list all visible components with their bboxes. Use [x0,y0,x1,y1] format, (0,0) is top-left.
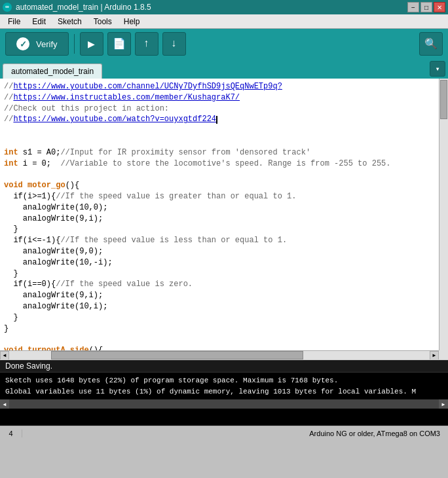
title-bar-left: ∞ automated_model_train | Arduino 1.8.5 [3,3,151,12]
search-icon: 🔍 [424,37,438,50]
hscrollbar-track[interactable] [9,351,430,359]
tab-dropdown-icon: ▾ [435,64,439,74]
verify-check-icon: ✓ [16,37,29,50]
search-button[interactable]: 🔍 [419,32,443,56]
hscrollbar-left-arrow[interactable]: ◀ [0,351,9,360]
open-button[interactable]: ↑ [135,32,159,56]
menu-sketch[interactable]: Sketch [52,16,87,28]
console-hscrollbar-right-arrow[interactable]: ▶ [439,399,448,409]
upload-icon: ▶ [88,37,95,51]
console-content: Sketch uses 1648 bytes (22%) of program … [0,373,448,399]
new-button[interactable]: 📄 [107,32,131,56]
code-content[interactable]: //https://www.youtube.com/channel/UCNy7D… [0,79,439,350]
menu-edit[interactable]: Edit [27,16,51,28]
menu-tools[interactable]: Tools [88,16,117,28]
code-editor[interactable]: //https://www.youtube.com/channel/UCNy7D… [0,79,448,360]
toolbar: ✓ Verify ▶ 📄 ↑ ↓ 🔍 [0,29,448,59]
upload-button[interactable]: ▶ [80,32,103,56]
hscrollbar-right-arrow[interactable]: ▶ [430,351,439,360]
line-number: 4 [3,430,22,437]
window-controls: − □ ✕ [407,2,445,12]
console-hscrollbar-track[interactable] [9,399,439,409]
new-icon: 📄 [113,37,126,50]
open-icon: ↑ [143,38,150,50]
maximize-button[interactable]: □ [420,2,432,12]
save-icon: ↓ [171,38,177,50]
tab-bar: automated_model_train ▾ [0,59,448,79]
menu-file[interactable]: File [3,16,26,28]
menu-bar: File Edit Sketch Tools Help [0,14,448,29]
window-title: automated_model_train | Arduino 1.8.5 [16,3,151,12]
console-status: Done Saving. [0,360,448,373]
verify-button[interactable]: ✓ Verify [5,32,69,56]
console-horizontal-scrollbar[interactable]: ◀ ▶ [0,399,448,409]
tab-label: automated_model_train [11,67,94,76]
hscrollbar-thumb[interactable] [51,351,303,359]
toolbar-right: 🔍 [419,32,443,56]
console-line1: Sketch uses 1648 bytes (22%) of program … [5,377,338,384]
board-info: Arduino NG or older, ATmega8 on COM3 [309,430,445,437]
editor-scroll-area: //https://www.youtube.com/channel/UCNy7D… [0,79,439,350]
console-line2: Global variables use 11 bytes (1%) of dy… [5,388,416,395]
title-bar: ∞ automated_model_train | Arduino 1.8.5 … [0,0,448,14]
verify-label: Verify [36,39,58,49]
minimize-button[interactable]: − [407,2,419,12]
horizontal-scrollbar[interactable]: ◀ ▶ [0,350,439,359]
tab-dropdown-button[interactable]: ▾ [430,61,445,77]
console-hscrollbar-left-arrow[interactable]: ◀ [0,399,9,409]
vertical-scrollbar-thumb[interactable] [440,80,447,119]
close-button[interactable]: ✕ [434,2,445,12]
scrollbar-corner [439,350,448,359]
toolbar-separator [74,34,75,54]
editor-tab[interactable]: automated_model_train [3,64,102,79]
app-icon: ∞ [3,3,12,12]
menu-help[interactable]: Help [119,16,145,28]
save-button[interactable]: ↓ [162,32,186,56]
vertical-scrollbar[interactable] [439,79,448,350]
status-bar: 4 Arduino NG or older, ATmega8 on COM3 [0,426,448,440]
console-area: Done Saving. Sketch uses 1648 bytes (22%… [0,360,448,426]
